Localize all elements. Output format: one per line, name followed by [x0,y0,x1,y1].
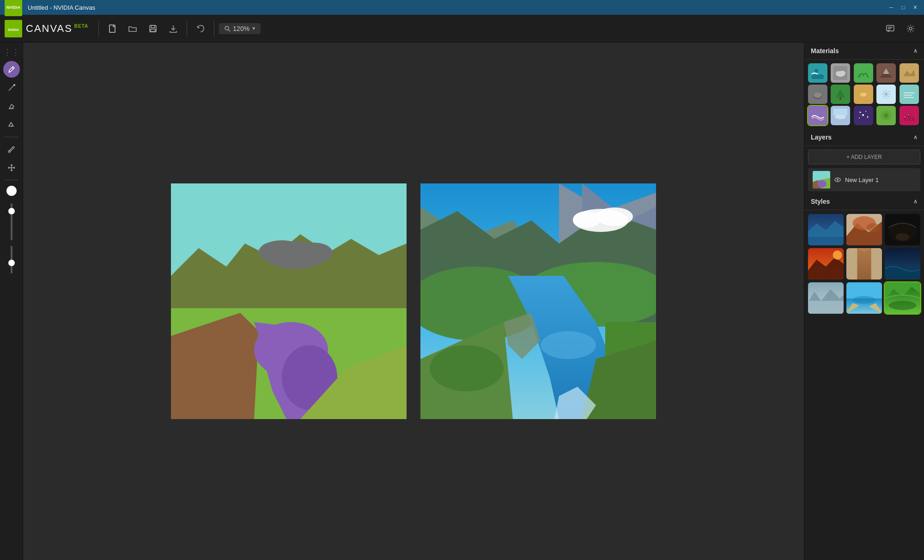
sky-material-icon [833,109,847,122]
app-logo-area: NVIDIA CANVAS BETA [5,20,88,37]
material-plain[interactable] [876,106,896,125]
style-desert-red[interactable] [846,214,882,245]
material-snow[interactable] [876,85,896,104]
material-city[interactable] [900,106,919,125]
svg-point-63 [885,93,887,95]
size-slider-thumb[interactable] [8,208,15,214]
main-area: ⋮⋮ [0,43,924,560]
open-button[interactable] [124,20,141,37]
new-button[interactable] [103,20,121,37]
svg-point-56 [814,92,822,98]
styles-header: Styles ∧ [804,193,924,210]
material-cloud[interactable] [831,63,850,83]
title-bar: NVIDIA Untitled - NVIDIA Canvas ─ □ ✕ [0,0,924,15]
svg-rect-81 [912,117,914,121]
material-mountain[interactable] [876,63,896,83]
foreground-color[interactable] [6,186,17,196]
opacity-slider-thumb[interactable] [8,260,15,266]
materials-chevron[interactable]: ∧ [913,48,918,54]
layer-visibility-toggle-0[interactable] [834,176,841,183]
materials-grid [804,60,924,129]
material-stars[interactable] [854,106,873,125]
style-1-svg [846,214,882,245]
fill-tool[interactable] [3,116,20,133]
tree-material-icon [833,87,847,101]
photo-canvas[interactable] [420,183,656,419]
svg-rect-10 [13,84,15,86]
layers-chevron[interactable]: ∧ [913,134,918,140]
export-button[interactable] [164,20,182,37]
dots-menu[interactable]: ⋮⋮ [3,47,20,57]
svg-point-89 [837,179,839,181]
chat-button[interactable] [881,20,899,37]
city-material-icon [902,109,916,122]
material-grass[interactable] [854,63,873,83]
material-sky[interactable] [831,106,850,125]
svg-point-31 [541,331,596,359]
eraser-icon [7,102,16,110]
style-ocean-night[interactable] [885,248,920,280]
style-mountain-blue[interactable] [808,214,844,245]
open-icon [128,24,137,33]
zoom-control[interactable]: 120% ▼ [219,23,261,34]
svg-point-47 [839,71,845,75]
sidebar-divider-2 [5,180,18,180]
opacity-slider-track[interactable] [11,246,12,274]
svg-point-74 [859,117,860,118]
svg-rect-110 [808,301,844,314]
segmentation-canvas[interactable] [171,183,407,419]
material-sand[interactable] [854,85,873,104]
maximize-button[interactable]: □ [899,3,907,12]
plain-material-icon [879,109,893,122]
style-rock-pillar[interactable] [846,248,882,280]
materials-title: Materials [811,47,839,55]
toolbar-sep-1 [98,20,99,37]
picker-tool[interactable] [3,141,20,158]
zoom-dropdown-icon: ▼ [251,26,256,31]
size-slider-track[interactable] [11,203,12,240]
app-name: CANVAS [26,23,73,35]
style-2-svg [885,214,920,245]
material-desert[interactable] [900,63,919,83]
minimize-button[interactable]: ─ [887,3,895,12]
close-button[interactable]: ✕ [911,3,919,12]
style-green-valley[interactable] [885,282,920,314]
styles-title: Styles [811,198,830,205]
brush-size-slider[interactable] [11,203,12,240]
style-sunset-mountain[interactable] [808,248,844,280]
material-water2[interactable] [808,106,827,125]
photo-canvas-svg [420,183,656,419]
settings-button[interactable] [902,20,919,37]
beta-badge: BETA [74,24,88,29]
material-water[interactable] [808,63,827,83]
seg-canvas-svg [171,183,407,419]
svg-point-38 [573,211,601,228]
style-dark-cave[interactable] [885,214,920,245]
material-tree[interactable] [831,85,850,104]
brush-tool[interactable] [3,61,20,78]
add-layer-button[interactable]: + ADD LAYER [808,150,920,164]
svg-point-71 [865,111,866,112]
styles-chevron[interactable]: ∧ [913,198,918,205]
svg-rect-5 [151,29,155,31]
svg-rect-64 [902,87,916,101]
material-rock[interactable] [808,85,827,104]
undo-button[interactable] [192,20,209,37]
style-mountain-mist[interactable] [808,282,844,314]
line-tool[interactable] [3,79,20,96]
fog-material-icon [902,87,916,101]
eraser-tool[interactable] [3,98,20,115]
style-tropical-bay[interactable] [846,282,882,314]
pan-tool[interactable] [3,159,20,176]
cloud-material-icon [833,66,847,80]
brush-opacity-slider[interactable] [11,246,12,274]
save-button[interactable] [144,20,162,37]
style-7-svg [846,282,882,314]
layer-item-0[interactable]: New Layer 1 [808,168,920,191]
picker-icon [7,145,16,153]
zoom-icon [224,25,231,32]
rock-material-icon [811,87,825,101]
layer-thumb-0 [813,171,830,189]
materials-header: Materials ∧ [804,43,924,60]
material-fog[interactable] [900,85,919,104]
